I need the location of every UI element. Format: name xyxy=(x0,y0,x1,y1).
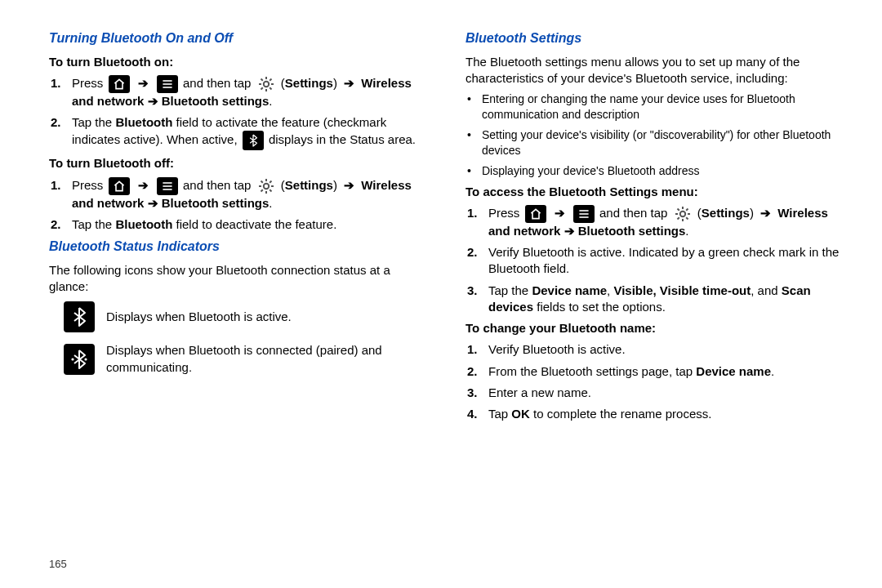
turn-on-steps: Press ➔ and then tap (Settings) ➔ Wirele… xyxy=(49,75,433,151)
gear-icon xyxy=(256,75,276,93)
change-step-3: Enter a new name. xyxy=(483,385,849,401)
turn-off-step-2: Tap the Bluetooth field to deactivate th… xyxy=(67,216,433,233)
settings-bullets: Entering or changing the name your devic… xyxy=(466,91,849,178)
access-step-1: Press ➔ and then tap (Settings) ➔ Wirele… xyxy=(483,205,849,239)
bullet-item: Entering or changing the name your devic… xyxy=(477,91,849,122)
menu-icon xyxy=(157,177,178,195)
turn-on-step-2: Tap the Bluetooth field to activate the … xyxy=(67,114,433,150)
settings-label: Settings xyxy=(285,76,333,90)
menu-icon xyxy=(157,75,178,93)
bullet-item: Displaying your device's Bluetooth addre… xyxy=(477,163,849,179)
home-icon xyxy=(525,205,546,223)
change-step-4: Tap OK to complete the rename process. xyxy=(483,406,849,422)
indicator-row-active: Displays when Bluetooth is active. xyxy=(64,301,433,332)
subheading-turn-on: To turn Bluetooth on: xyxy=(49,54,433,70)
gear-icon xyxy=(256,177,276,195)
indicator-text: Displays when Bluetooth is active. xyxy=(106,309,292,325)
access-step-3: Tap the Device name, Visible, Visible ti… xyxy=(483,283,849,316)
bullet-item: Setting your device's visibility (or "di… xyxy=(477,127,849,158)
home-icon xyxy=(109,177,130,195)
turn-off-step-1: Press ➔ and then tap (Settings) ➔ Wirele… xyxy=(67,177,433,212)
bluetooth-connected-icon xyxy=(64,344,95,375)
arrow-icon: ➔ xyxy=(138,76,149,90)
arrow-icon: ➔ xyxy=(344,178,354,192)
settings-intro: The Bluetooth settings menu allows you t… xyxy=(466,54,849,87)
access-steps: Press ➔ and then tap (Settings) ➔ Wirele… xyxy=(466,205,849,315)
subheading-change-name: To change your Bluetooth name: xyxy=(466,320,849,336)
bluetooth-icon xyxy=(243,131,264,150)
gear-icon xyxy=(673,205,693,223)
access-step-2: Verify Bluetooth is active. Indicated by… xyxy=(483,244,849,278)
page-number: 165 xyxy=(49,557,67,572)
change-step-2: From the Bluetooth settings page, tap De… xyxy=(483,363,849,380)
arrow-icon: ➔ xyxy=(344,76,354,90)
arrow-icon: ➔ xyxy=(760,206,771,220)
settings-label: Settings xyxy=(702,206,750,220)
turn-off-steps: Press ➔ and then tap (Settings) ➔ Wirele… xyxy=(49,177,433,234)
heading-status-indicators: Bluetooth Status Indicators xyxy=(49,238,433,256)
indicators-intro: The following icons show your Bluetooth … xyxy=(49,262,433,296)
arrow-icon: ➔ xyxy=(555,206,565,220)
heading-turning-bluetooth: Turning Bluetooth On and Off xyxy=(49,29,433,47)
arrow-icon: ➔ xyxy=(138,178,149,192)
left-column: Turning Bluetooth On and Off To turn Blu… xyxy=(49,24,433,427)
subheading-turn-off: To turn Bluetooth off: xyxy=(49,155,433,172)
indicator-row-connected: Displays when Bluetooth is connected (pa… xyxy=(64,342,433,376)
heading-bluetooth-settings: Bluetooth Settings xyxy=(466,29,849,47)
indicator-text: Displays when Bluetooth is connected (pa… xyxy=(106,342,433,376)
settings-label: Settings xyxy=(285,178,333,192)
change-name-steps: Verify Bluetooth is active. From the Blu… xyxy=(466,341,849,422)
home-icon xyxy=(109,75,130,93)
right-column: Bluetooth Settings The Bluetooth setting… xyxy=(466,24,849,427)
turn-on-step-1: Press ➔ and then tap (Settings) ➔ Wirele… xyxy=(67,75,433,109)
menu-icon xyxy=(573,205,595,223)
subheading-access-menu: To access the Bluetooth Settings menu: xyxy=(466,184,849,200)
bluetooth-active-icon xyxy=(64,301,95,332)
change-step-1: Verify Bluetooth is active. xyxy=(483,341,849,358)
